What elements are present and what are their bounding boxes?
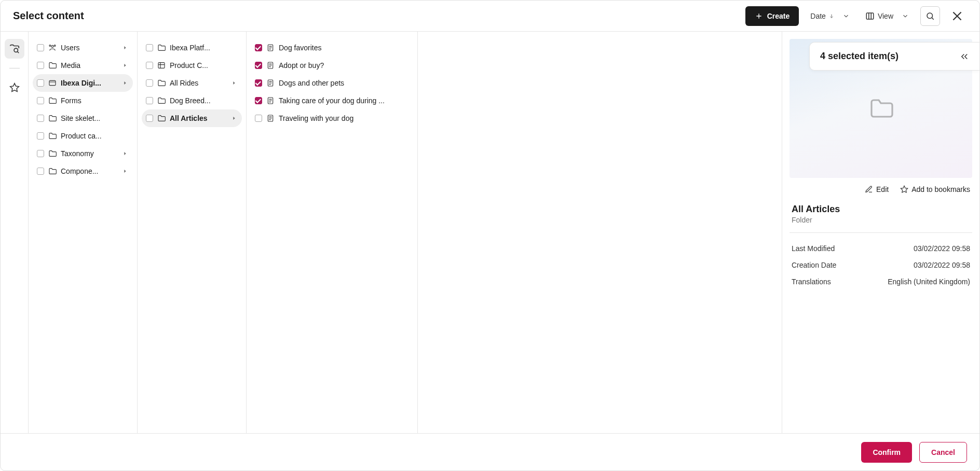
checkbox[interactable] bbox=[37, 168, 44, 175]
meta-key: Creation Date bbox=[792, 261, 836, 269]
tree-item[interactable]: Taking care of your dog during ... bbox=[251, 92, 413, 109]
tree-item[interactable]: Ibexa Digi... bbox=[33, 74, 133, 92]
tree-item-label: All Articles bbox=[170, 114, 227, 122]
svg-marker-22 bbox=[124, 170, 126, 173]
checkbox[interactable] bbox=[37, 44, 44, 51]
tree-item[interactable]: All Rides bbox=[142, 74, 242, 92]
tree-item[interactable]: Site skelet... bbox=[33, 109, 133, 127]
tree-item-label: Site skelet... bbox=[61, 114, 129, 122]
svg-marker-21 bbox=[124, 152, 126, 155]
tree-item[interactable]: Adopt or buy? bbox=[251, 57, 413, 74]
svg-line-11 bbox=[17, 52, 19, 53]
chevron-down-icon bbox=[842, 12, 850, 20]
svg-rect-3 bbox=[866, 13, 874, 19]
tree-item[interactable]: Taxonomy bbox=[33, 145, 133, 162]
tree-item-label: All Rides bbox=[170, 79, 227, 87]
preview-meta: Last Modified03/02/2022 09:58Creation Da… bbox=[790, 233, 972, 297]
meta-row: Last Modified03/02/2022 09:58 bbox=[792, 240, 970, 257]
folder-icon bbox=[157, 114, 166, 122]
svg-point-15 bbox=[49, 45, 51, 47]
meta-row: TranslationsEnglish (United Kingdom) bbox=[792, 273, 970, 290]
browse-search-icon bbox=[9, 43, 20, 54]
svg-marker-20 bbox=[124, 81, 126, 85]
tree-item-label: Dog favorites bbox=[279, 44, 409, 52]
page-title: Select content bbox=[13, 10, 84, 22]
sort-dropdown[interactable]: Date bbox=[806, 9, 854, 23]
miller-columns: UsersMediaIbexa Digi...FormsSite skelet.… bbox=[29, 32, 782, 433]
collapse-icon[interactable] bbox=[959, 52, 970, 61]
tree-item-label: Compone... bbox=[61, 167, 118, 175]
checkbox[interactable] bbox=[255, 62, 262, 69]
meta-value: English (United Kingdom) bbox=[888, 278, 970, 286]
tree-item[interactable]: Traveling with your dog bbox=[251, 109, 413, 127]
svg-point-6 bbox=[927, 13, 933, 19]
bookmarks-tab[interactable] bbox=[5, 78, 24, 98]
edit-label: Edit bbox=[876, 185, 889, 193]
tree-item[interactable]: Product ca... bbox=[33, 127, 133, 145]
tree-item[interactable]: Product C... bbox=[142, 57, 242, 74]
tree-item[interactable]: Ibexa Platf... bbox=[142, 39, 242, 57]
edit-button[interactable]: Edit bbox=[865, 185, 889, 193]
close-icon bbox=[950, 9, 964, 23]
tree-item[interactable]: Users bbox=[33, 39, 133, 57]
chevron-right-icon bbox=[122, 151, 129, 156]
checkbox[interactable] bbox=[146, 62, 153, 69]
rail-divider bbox=[9, 68, 20, 68]
svg-marker-17 bbox=[124, 64, 126, 67]
tree-item[interactable]: Compone... bbox=[33, 162, 133, 180]
svg-point-13 bbox=[51, 45, 53, 47]
edit-icon bbox=[865, 185, 873, 193]
tree-item[interactable]: All Articles bbox=[142, 109, 242, 127]
sort-down-arrow-icon bbox=[829, 13, 834, 19]
create-button[interactable]: Create bbox=[745, 6, 799, 26]
meta-row: Creation Date03/02/2022 09:58 bbox=[792, 257, 970, 273]
checkbox[interactable] bbox=[146, 97, 153, 104]
selected-items-bar[interactable]: 4 selected item(s) bbox=[809, 42, 979, 71]
svg-marker-16 bbox=[124, 46, 126, 49]
column-0: UsersMediaIbexa Digi...FormsSite skelet.… bbox=[29, 32, 138, 433]
checkbox[interactable] bbox=[255, 97, 262, 104]
chevron-right-icon bbox=[122, 63, 129, 68]
checkbox[interactable] bbox=[37, 150, 44, 157]
tree-item[interactable]: Dogs and other pets bbox=[251, 74, 413, 92]
browse-tab[interactable] bbox=[5, 39, 24, 59]
meta-key: Translations bbox=[792, 278, 831, 286]
close-button[interactable] bbox=[947, 6, 967, 26]
folder-large-icon bbox=[866, 96, 895, 121]
view-label: View bbox=[878, 12, 893, 20]
checkbox[interactable] bbox=[146, 115, 153, 122]
meta-value: 03/02/2022 09:58 bbox=[914, 261, 970, 269]
cancel-button[interactable]: Cancel bbox=[919, 442, 967, 463]
search-button[interactable] bbox=[920, 6, 940, 26]
tree-item-label: Dogs and other pets bbox=[279, 79, 409, 87]
footer: Confirm Cancel bbox=[1, 433, 979, 470]
checkbox[interactable] bbox=[37, 79, 44, 87]
tree-item[interactable]: Dog favorites bbox=[251, 39, 413, 57]
svg-marker-48 bbox=[901, 186, 907, 192]
tree-item-label: Traveling with your dog bbox=[279, 114, 409, 122]
checkbox[interactable] bbox=[37, 62, 44, 69]
catalog-icon bbox=[157, 61, 166, 70]
checkbox[interactable] bbox=[37, 132, 44, 140]
confirm-button[interactable]: Confirm bbox=[861, 442, 912, 463]
tree-item[interactable]: Forms bbox=[33, 92, 133, 109]
checkbox[interactable] bbox=[146, 44, 153, 51]
tree-item-label: Forms bbox=[61, 96, 129, 105]
checkbox[interactable] bbox=[255, 115, 262, 122]
plus-icon bbox=[755, 12, 763, 20]
tree-item-label: Media bbox=[61, 61, 118, 70]
checkbox[interactable] bbox=[37, 115, 44, 122]
folder-icon bbox=[48, 114, 57, 122]
view-dropdown[interactable]: View bbox=[861, 8, 913, 24]
meta-key: Last Modified bbox=[792, 244, 835, 253]
checkbox[interactable] bbox=[255, 79, 262, 87]
chevron-right-icon bbox=[232, 116, 238, 121]
checkbox[interactable] bbox=[255, 44, 262, 51]
tree-item-label: Adopt or buy? bbox=[279, 61, 409, 70]
checkbox[interactable] bbox=[146, 79, 153, 87]
bookmark-button[interactable]: Add to bookmarks bbox=[900, 185, 970, 193]
chevron-down-icon bbox=[902, 12, 909, 20]
tree-item[interactable]: Dog Breed... bbox=[142, 92, 242, 109]
tree-item[interactable]: Media bbox=[33, 57, 133, 74]
checkbox[interactable] bbox=[37, 97, 44, 104]
